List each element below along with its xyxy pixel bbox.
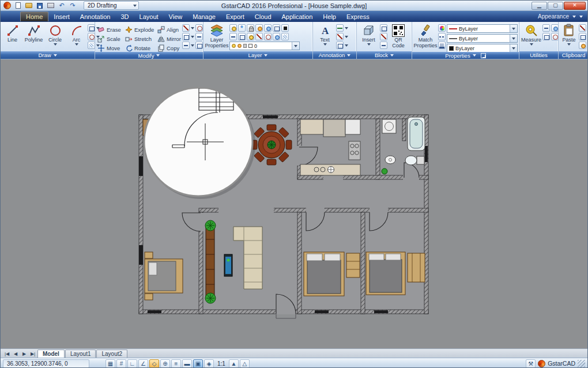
copy-base-point-icon[interactable]: [579, 42, 586, 49]
minimize-button[interactable]: ▁: [532, 2, 547, 10]
layer-thaw-all-icon[interactable]: [281, 33, 289, 40]
lineweight-combo[interactable]: ByLayer: [447, 44, 518, 52]
tab-insert[interactable]: Insert: [48, 12, 75, 21]
panel-utilities-footer[interactable]: Utilities: [519, 51, 558, 59]
selection-cycling-icon[interactable]: ◈: [204, 359, 214, 368]
multileader-icon[interactable]: [336, 33, 344, 40]
otrack-icon[interactable]: ⊕: [160, 359, 170, 368]
distance-icon[interactable]: [542, 24, 550, 32]
auto-annotation-scale-icon[interactable]: △: [240, 359, 250, 368]
calculator-icon[interactable]: [542, 33, 550, 40]
resize-grip[interactable]: [578, 360, 585, 367]
circle-button[interactable]: Circle: [45, 23, 65, 46]
chevron-down-icon[interactable]: [345, 27, 348, 29]
workspace-combo[interactable]: 2D Drafting: [84, 1, 139, 10]
arc-button[interactable]: Arc: [66, 23, 86, 46]
trim-tool-icon[interactable]: [195, 24, 203, 32]
chevron-down-icon[interactable]: [191, 27, 194, 29]
layer-on-icon[interactable]: [229, 24, 237, 32]
chevron-down-icon[interactable]: [191, 36, 194, 38]
hatch-tool-icon[interactable]: [88, 42, 95, 49]
lineweight-icon[interactable]: [438, 42, 446, 49]
next-layout-icon[interactable]: ▶: [20, 350, 28, 358]
insert-button[interactable]: Insert: [359, 23, 379, 46]
copy-button[interactable]: Copy: [157, 43, 181, 52]
coordinates-display[interactable]: 36.3053, 12900.3746, 0: [3, 359, 89, 368]
dialog-launcher-icon[interactable]: [481, 53, 486, 58]
tab-model[interactable]: Model: [37, 350, 65, 358]
first-layout-icon[interactable]: |◀: [3, 350, 11, 358]
table-icon[interactable]: [336, 42, 344, 49]
osnap-icon[interactable]: ◇: [149, 359, 159, 368]
close-button[interactable]: ✕: [564, 2, 586, 10]
tab-application[interactable]: Application: [277, 12, 318, 21]
color-combo[interactable]: ByLayer: [447, 24, 518, 33]
text-button[interactable]: A Text: [315, 23, 335, 46]
layer-freeze-icon[interactable]: [238, 24, 246, 32]
color-wheel-icon[interactable]: [438, 24, 446, 32]
ribbon-minimize-icon[interactable]: [579, 16, 583, 18]
chamfer-tool-icon[interactable]: [195, 42, 203, 49]
define-attribute-icon[interactable]: [380, 42, 387, 49]
layer-lock-icon[interactable]: [247, 24, 254, 32]
annotation-visibility-icon[interactable]: ▲: [229, 359, 239, 368]
tab-view[interactable]: View: [164, 12, 188, 21]
tab-express[interactable]: Express: [341, 12, 375, 21]
scale-button[interactable]: Scale: [97, 34, 123, 43]
tab-3d[interactable]: 3D: [115, 12, 134, 21]
drawing-canvas[interactable]: [1, 59, 587, 348]
chevron-down-icon[interactable]: [345, 44, 348, 47]
appearance-menu[interactable]: Appearance: [538, 13, 569, 20]
chevron-down-icon[interactable]: [191, 44, 194, 47]
transparency-icon[interactable]: ▣: [193, 359, 203, 368]
point-style-icon[interactable]: [551, 33, 559, 40]
ellipse-tool-icon[interactable]: [88, 33, 95, 40]
layer-off-icon[interactable]: [281, 24, 289, 32]
annotation-scale[interactable]: 1:1: [215, 361, 228, 367]
measure-button[interactable]: Measure: [521, 23, 541, 46]
snap-icon[interactable]: #: [116, 359, 126, 368]
tab-cloud[interactable]: Cloud: [250, 12, 277, 21]
rectangle-tool-icon[interactable]: [88, 24, 95, 32]
mirror-button[interactable]: Mirror: [157, 34, 181, 43]
extend-tool-icon[interactable]: [195, 33, 203, 40]
line-button[interactable]: Line: [2, 23, 22, 43]
copy-clip-icon[interactable]: [579, 33, 586, 40]
erase-button[interactable]: Erase: [97, 25, 123, 34]
lineweight-icon[interactable]: ▬: [182, 359, 192, 368]
polyline-button[interactable]: Polyline: [24, 23, 44, 43]
last-layout-icon[interactable]: ▶|: [29, 350, 37, 358]
undo-icon[interactable]: ↶: [57, 2, 66, 10]
panel-annotation-footer[interactable]: Annotation: [313, 51, 356, 59]
match-properties-button[interactable]: Match Properties: [414, 23, 437, 48]
layer-isolate-icon[interactable]: [255, 24, 263, 32]
workspace-switch-icon[interactable]: ⚒: [526, 359, 536, 368]
tab-help[interactable]: Help: [318, 12, 341, 21]
cut-icon[interactable]: [579, 24, 586, 32]
layer-delete-icon[interactable]: [264, 33, 272, 40]
polar-icon[interactable]: ∠: [138, 359, 148, 368]
tab-annotation[interactable]: Annotation: [75, 12, 116, 21]
array-tool-icon[interactable]: [182, 33, 190, 40]
tab-manage[interactable]: Manage: [187, 12, 221, 21]
edit-block-icon[interactable]: [380, 33, 387, 40]
grid-icon[interactable]: ▦: [105, 359, 115, 368]
panel-modify-footer[interactable]: Modify: [95, 52, 203, 59]
paste-button[interactable]: Paste: [560, 23, 578, 46]
layer-combo[interactable]: 0: [229, 42, 300, 50]
prev-layout-icon[interactable]: ◀: [12, 350, 20, 358]
panel-block-footer[interactable]: Block: [357, 51, 412, 59]
save-icon[interactable]: [35, 2, 44, 10]
tab-home[interactable]: Home: [20, 12, 48, 21]
layer-freeze-all-icon[interactable]: [273, 33, 280, 40]
layer-properties-button[interactable]: Layer Properties: [205, 23, 228, 48]
gstarcad-logo-icon[interactable]: [3, 2, 11, 9]
qr-code-button[interactable]: QR Code: [389, 23, 408, 48]
maximize-button[interactable]: ▢: [548, 2, 563, 10]
plot-icon[interactable]: [46, 2, 55, 10]
panel-layer-footer[interactable]: Layer: [203, 51, 312, 59]
chevron-down-icon[interactable]: [572, 16, 576, 18]
panel-properties-footer[interactable]: Properties: [412, 52, 519, 59]
tab-layout1[interactable]: Layout1: [65, 350, 96, 358]
ortho-icon[interactable]: ∟: [127, 359, 137, 368]
